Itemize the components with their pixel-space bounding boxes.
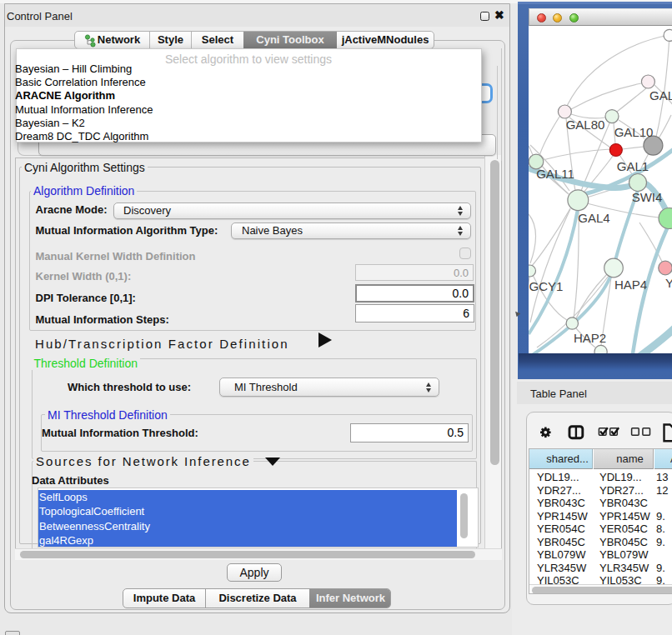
svg-text:GCY1: GCY1	[529, 279, 564, 293]
svg-text:GAL4: GAL4	[578, 211, 609, 225]
svg-text:GAL2: GAL2	[649, 88, 672, 102]
svg-text:Y: Y	[665, 276, 672, 290]
svg-text:GAL80: GAL80	[566, 118, 605, 132]
svg-text:GAL10: GAL10	[614, 125, 654, 139]
svg-text:SWI4: SWI4	[632, 190, 663, 204]
svg-text:GAL11: GAL11	[536, 167, 574, 181]
svg-text:HAP2: HAP2	[574, 331, 606, 345]
svg-text:GAL1: GAL1	[617, 159, 649, 173]
svg-text:HAP4: HAP4	[614, 278, 647, 292]
